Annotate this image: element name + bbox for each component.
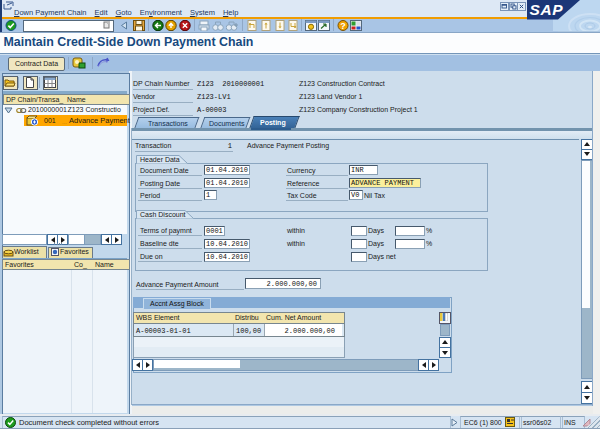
- svg-text:?: ?: [340, 21, 346, 31]
- svg-text:SAP: SAP: [530, 1, 564, 18]
